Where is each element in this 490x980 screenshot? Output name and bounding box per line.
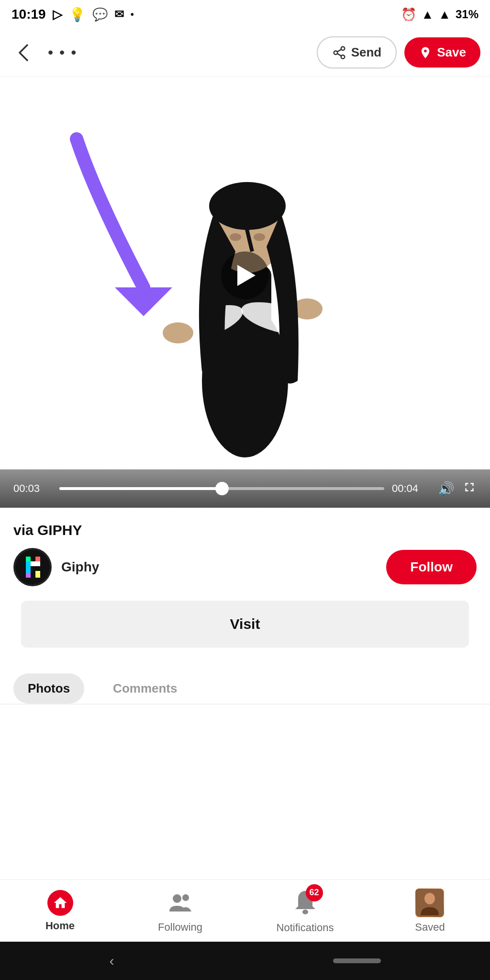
tabs-row: Photos Comments [0, 659, 490, 705]
svg-point-24 [173, 894, 181, 903]
android-nav: ‹ [0, 942, 490, 980]
android-back-button[interactable]: ‹ [110, 953, 114, 969]
svg-line-4 [337, 49, 341, 52]
time-end: 00:04 [392, 482, 430, 495]
home-icon [47, 890, 73, 916]
top-nav-right: Send Save [317, 36, 480, 68]
nav-item-notifications[interactable]: 62 Notifications [277, 888, 334, 934]
back-button[interactable] [10, 38, 38, 67]
visit-button[interactable]: Visit [21, 601, 469, 648]
play-triangle-icon [237, 265, 256, 286]
save-button[interactable]: Save [404, 37, 480, 68]
saved-thumbnail [415, 889, 444, 917]
pushbullet-icon: ▷ [53, 7, 62, 22]
nav-label-following: Following [158, 921, 202, 934]
progress-thumb [215, 482, 229, 495]
visit-label: Visit [230, 616, 260, 632]
svg-point-25 [182, 894, 189, 901]
svg-point-14 [254, 233, 265, 241]
more-options-button[interactable]: • • • [48, 44, 77, 61]
top-nav: • • • Send Save [0, 29, 490, 77]
svg-point-2 [341, 55, 345, 59]
status-bar: 10:19 ▷ 💡 💬 ✉ • ⏰ ▲ ▲ 31% [0, 0, 490, 29]
creator-row: Giphy Follow [13, 548, 477, 586]
send-button[interactable]: Send [317, 36, 397, 68]
svg-rect-18 [26, 557, 31, 561]
svg-point-28 [424, 893, 435, 904]
svg-rect-22 [26, 573, 31, 578]
alarm-icon: ⏰ [401, 7, 416, 22]
svg-point-26 [302, 910, 308, 914]
nav-label-saved: Saved [415, 921, 445, 934]
video-controls: 00:03 00:04 🔊 [0, 469, 490, 508]
volume-icon[interactable]: 🔊 [438, 481, 455, 497]
svg-rect-20 [26, 561, 31, 573]
status-left: 10:19 ▷ 💡 💬 ✉ • [11, 7, 134, 23]
share-icon [332, 46, 346, 60]
fullscreen-icon[interactable] [462, 480, 477, 498]
play-button[interactable] [221, 251, 269, 299]
notification-badge: 62 [306, 884, 323, 901]
gmail-icon: ✉ [114, 8, 124, 21]
tab-comments[interactable]: Comments [99, 673, 191, 704]
creator-info: Giphy [13, 548, 99, 586]
messenger-icon: 💬 [92, 7, 108, 22]
creator-name: Giphy [61, 559, 99, 575]
top-nav-left: • • • [10, 38, 77, 67]
signal-icon: ▲ [438, 7, 451, 22]
svg-rect-23 [31, 561, 40, 566]
via-section: via GIPHY [0, 508, 490, 601]
wifi-icon: ▲ [421, 7, 434, 22]
time-start: 00:03 [13, 482, 52, 495]
video-container[interactable]: 00:03 00:04 🔊 [0, 77, 490, 508]
time-label: 10:19 [11, 7, 46, 22]
svg-point-9 [163, 322, 193, 343]
svg-rect-19 [35, 557, 40, 561]
lightbulb-icon: 💡 [69, 7, 86, 23]
giphy-logo [15, 550, 50, 584]
via-label: via GIPHY [13, 522, 477, 538]
pin-icon [419, 46, 432, 59]
battery-label: 31% [456, 8, 479, 21]
creator-avatar[interactable] [13, 548, 52, 586]
android-home-pill[interactable] [333, 958, 381, 963]
svg-rect-17 [15, 550, 50, 584]
nav-item-following[interactable]: Following [156, 889, 204, 934]
visit-section-wrapper: Visit [0, 601, 490, 659]
svg-rect-21 [35, 571, 40, 578]
svg-point-13 [230, 233, 241, 241]
svg-point-1 [334, 51, 337, 55]
progress-bar[interactable] [59, 487, 384, 490]
following-icon [166, 889, 195, 917]
progress-fill [59, 487, 222, 490]
notification-wrapper: 62 [292, 888, 318, 918]
nav-item-home[interactable]: Home [36, 890, 84, 932]
dot-icon: • [131, 9, 134, 20]
svg-point-0 [341, 46, 345, 50]
tab-photos[interactable]: Photos [13, 673, 84, 704]
nav-label-notifications: Notifications [277, 922, 334, 934]
svg-line-3 [337, 53, 341, 56]
follow-button[interactable]: Follow [386, 550, 477, 584]
status-right: ⏰ ▲ ▲ 31% [401, 7, 479, 22]
nav-label-home: Home [45, 920, 75, 932]
nav-item-saved[interactable]: Saved [406, 889, 454, 934]
video-content [0, 77, 490, 474]
bottom-nav: Home Following 62 Notifications [0, 879, 490, 942]
